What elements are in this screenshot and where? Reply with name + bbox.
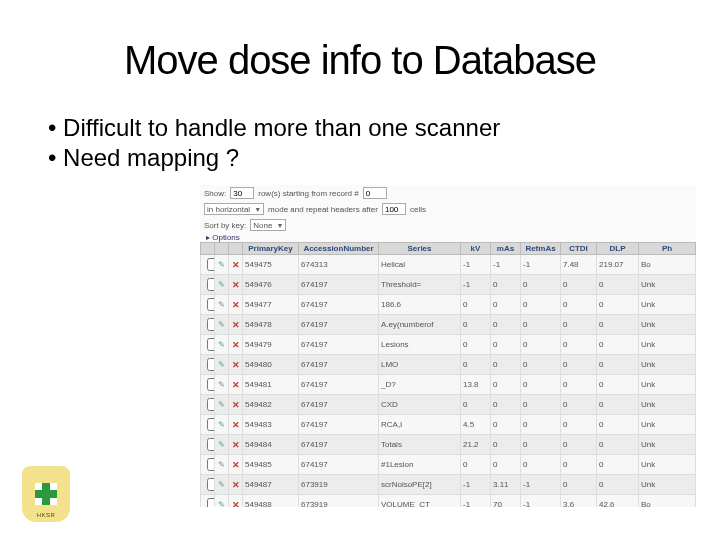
cell: 0 — [491, 415, 521, 435]
cell: 674197 — [299, 455, 379, 475]
cell: 0 — [521, 295, 561, 315]
row-checkbox[interactable] — [207, 398, 215, 411]
mode-text: mode and repeat headers after — [268, 205, 378, 214]
row-checkbox[interactable] — [207, 438, 215, 451]
record-input[interactable] — [363, 187, 387, 199]
column-header[interactable]: Ph — [639, 243, 696, 255]
hksr-logo: HKSR — [22, 466, 70, 522]
delete-icon[interactable]: ✕ — [232, 460, 240, 470]
column-header[interactable]: mAs — [491, 243, 521, 255]
cell: 0 — [491, 355, 521, 375]
delete-icon[interactable]: ✕ — [232, 380, 240, 390]
cell: Unk — [639, 415, 696, 435]
edit-icon[interactable] — [218, 380, 225, 389]
cell: 0 — [491, 315, 521, 335]
chevron-down-icon: ▼ — [276, 222, 283, 229]
delete-icon[interactable]: ✕ — [232, 360, 240, 370]
cell: 0 — [561, 435, 597, 455]
row-checkbox[interactable] — [207, 418, 215, 431]
table-row: ✕549481674197_D?13.80000Unk — [201, 375, 696, 395]
cell: 549475 — [243, 255, 299, 275]
cell: _D? — [379, 375, 461, 395]
slide-title: Move dose info to Database — [40, 38, 680, 83]
cell: 0 — [491, 275, 521, 295]
cell: 3.11 — [491, 475, 521, 495]
edit-icon[interactable] — [218, 260, 225, 269]
options-toggle[interactable]: ▸ Options — [200, 233, 696, 242]
table-row: ✕549488673919VOLUME_CT-170-13.642.6Bo — [201, 495, 696, 508]
cell: 70 — [491, 495, 521, 508]
delete-icon[interactable]: ✕ — [232, 340, 240, 350]
edit-icon[interactable] — [218, 440, 225, 449]
cell: 674197 — [299, 295, 379, 315]
row-checkbox[interactable] — [207, 338, 215, 351]
rows-text: row(s) starting from record # — [258, 189, 358, 198]
edit-icon[interactable] — [218, 500, 225, 507]
repeat-input[interactable] — [382, 203, 406, 215]
column-header[interactable] — [229, 243, 243, 255]
show-input[interactable] — [230, 187, 254, 199]
edit-icon[interactable] — [218, 460, 225, 469]
edit-icon[interactable] — [218, 420, 225, 429]
cell: 0 — [491, 295, 521, 315]
edit-icon[interactable] — [218, 280, 225, 289]
column-header[interactable]: DLP — [597, 243, 639, 255]
column-header[interactable]: kV — [461, 243, 491, 255]
delete-icon[interactable]: ✕ — [232, 440, 240, 450]
cell: Bo — [639, 495, 696, 508]
cell: 0 — [521, 455, 561, 475]
edit-icon[interactable] — [218, 480, 225, 489]
row-checkbox[interactable] — [207, 298, 215, 311]
cell: Lesions — [379, 335, 461, 355]
cell: 0 — [461, 295, 491, 315]
edit-icon[interactable] — [218, 300, 225, 309]
cell: 0 — [597, 475, 639, 495]
row-checkbox[interactable] — [207, 498, 215, 507]
delete-icon[interactable]: ✕ — [232, 500, 240, 508]
table-row: ✕549483674197RCA,I4.50000Unk — [201, 415, 696, 435]
row-checkbox[interactable] — [207, 318, 215, 331]
delete-icon[interactable]: ✕ — [232, 300, 240, 310]
column-header[interactable]: PrimaryKey — [243, 243, 299, 255]
column-header[interactable]: CTDI — [561, 243, 597, 255]
delete-icon[interactable]: ✕ — [232, 400, 240, 410]
cell: 0 — [561, 415, 597, 435]
row-checkbox[interactable] — [207, 258, 215, 271]
delete-icon[interactable]: ✕ — [232, 260, 240, 270]
cell: 0 — [521, 375, 561, 395]
orientation-select[interactable]: in horizontal ▼ — [204, 203, 264, 215]
cell: 0 — [561, 315, 597, 335]
cell: Unk — [639, 475, 696, 495]
sort-controls: Sort by key: None ▼ — [200, 217, 696, 233]
delete-icon[interactable]: ✕ — [232, 280, 240, 290]
cell: 674197 — [299, 415, 379, 435]
row-checkbox[interactable] — [207, 278, 215, 291]
cell: Unk — [639, 375, 696, 395]
delete-icon[interactable]: ✕ — [232, 420, 240, 430]
column-header[interactable]: AccessionNumber — [299, 243, 379, 255]
cell: 674197 — [299, 395, 379, 415]
table-header-row: PrimaryKeyAccessionNumberSerieskVmAsRefm… — [201, 243, 696, 255]
row-checkbox[interactable] — [207, 478, 215, 491]
row-checkbox[interactable] — [207, 358, 215, 371]
edit-icon[interactable] — [218, 320, 225, 329]
cell: 0 — [491, 455, 521, 475]
cell: 21.2 — [461, 435, 491, 455]
cell: 674197 — [299, 335, 379, 355]
column-header[interactable] — [215, 243, 229, 255]
edit-icon[interactable] — [218, 360, 225, 369]
cell: 0 — [521, 315, 561, 335]
edit-icon[interactable] — [218, 340, 225, 349]
edit-icon[interactable] — [218, 400, 225, 409]
column-header[interactable] — [201, 243, 215, 255]
delete-icon[interactable]: ✕ — [232, 320, 240, 330]
delete-icon[interactable]: ✕ — [232, 480, 240, 490]
row-checkbox[interactable] — [207, 378, 215, 391]
sort-select[interactable]: None ▼ — [250, 219, 286, 231]
cell: 0 — [597, 395, 639, 415]
column-header[interactable]: Series — [379, 243, 461, 255]
cell: 0 — [461, 335, 491, 355]
column-header[interactable]: RefmAs — [521, 243, 561, 255]
table-row: ✕549476674197Threshold=-10000Unk — [201, 275, 696, 295]
row-checkbox[interactable] — [207, 458, 215, 471]
